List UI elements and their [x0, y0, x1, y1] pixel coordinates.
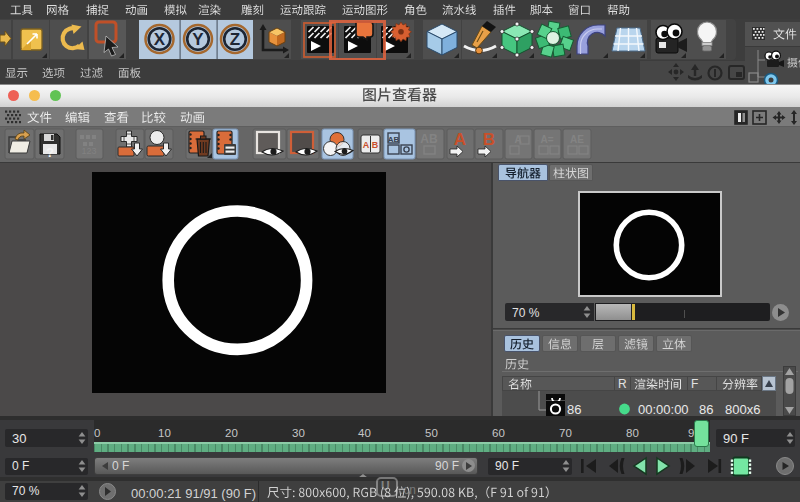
svg-text:AE: AE: [570, 134, 584, 145]
svg-text:A=: A=: [540, 134, 553, 145]
svg-text:AB: AB: [388, 135, 400, 144]
svg-text:AB: AB: [420, 132, 438, 146]
svg-text:?: ?: [46, 145, 54, 160]
svg-text:Z: Z: [230, 30, 240, 49]
svg-text:B: B: [372, 140, 379, 150]
svg-text:123: 123: [81, 146, 96, 156]
svg-text:A: A: [454, 130, 466, 149]
svg-text:A: A: [363, 140, 370, 150]
svg-text:X: X: [154, 30, 166, 49]
svg-text:Y: Y: [192, 30, 204, 49]
